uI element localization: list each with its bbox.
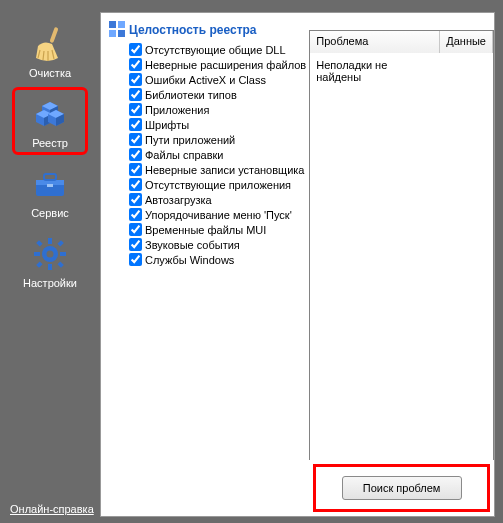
svg-rect-13 [57, 261, 63, 267]
svg-rect-12 [36, 261, 42, 267]
checklist-label: Отсутствующие общие DLL [145, 44, 286, 56]
checklist-item[interactable]: Неверные расширения файлов [109, 57, 305, 72]
checklist-checkbox[interactable] [129, 148, 142, 161]
sidebar-item-label: Настройки [23, 277, 77, 289]
checklist-checkbox[interactable] [129, 253, 142, 266]
checklist-checkbox[interactable] [129, 88, 142, 101]
sidebar-item-label: Реестр [32, 137, 68, 149]
checklist-label: Библиотеки типов [145, 89, 237, 101]
checklist-item[interactable]: Ошибки ActiveX и Class [109, 72, 305, 87]
cell-data [440, 53, 493, 89]
checklist-checkbox[interactable] [129, 223, 142, 236]
help-link[interactable]: Онлайн-справка [10, 503, 94, 515]
checklist-label: Файлы справки [145, 149, 224, 161]
svg-rect-11 [57, 240, 63, 246]
checklist-label: Автозагрузка [145, 194, 212, 206]
registry-cubes-icon [30, 94, 70, 134]
sidebar: Очистка Реестр [0, 0, 100, 523]
svg-rect-6 [48, 238, 52, 244]
sidebar-item-registry[interactable]: Реестр [15, 90, 85, 152]
checklist-label: Неверные записи установщика [145, 164, 304, 176]
checklist-checkbox[interactable] [129, 193, 142, 206]
checklist-item[interactable]: Отсутствующие общие DLL [109, 42, 305, 57]
checklist-checkbox[interactable] [129, 133, 142, 146]
column-header-data[interactable]: Данные [440, 31, 493, 53]
button-bar: Поиск проблем [313, 464, 490, 512]
checklist-panel: Целостность реестра Отсутствующие общие … [101, 13, 309, 516]
svg-rect-3 [44, 174, 56, 180]
sidebar-item-settings[interactable]: Настройки [15, 230, 85, 292]
checklist-checkbox[interactable] [129, 178, 142, 191]
svg-rect-7 [48, 264, 52, 270]
checklist-checkbox[interactable] [129, 103, 142, 116]
checklist-checkbox[interactable] [129, 58, 142, 71]
checklist-checkbox[interactable] [129, 208, 142, 221]
checklist-checkbox[interactable] [129, 73, 142, 86]
svg-rect-15 [109, 21, 116, 28]
checklist-label: Неверные расширения файлов [145, 59, 306, 71]
svg-point-14 [47, 250, 54, 257]
gear-icon [30, 234, 70, 274]
checklist-item[interactable]: Упорядочивание меню 'Пуск' [109, 207, 305, 222]
checklist-item[interactable]: Приложения [109, 102, 305, 117]
svg-rect-4 [47, 184, 53, 187]
checklist-item[interactable]: Неверные записи установщика [109, 162, 305, 177]
results-table: Проблема Данные Неполадки не найдены [309, 30, 494, 460]
sidebar-item-label: Сервис [31, 207, 69, 219]
toolbox-icon [30, 164, 70, 204]
checklist-label: Пути приложений [145, 134, 235, 146]
svg-rect-9 [60, 252, 66, 256]
checklist-item[interactable]: Отсутствующие приложения [109, 177, 305, 192]
checklist-label: Временные файлы MUI [145, 224, 266, 236]
checklist-label: Ошибки ActiveX и Class [145, 74, 266, 86]
broom-icon [30, 24, 70, 64]
svg-rect-0 [49, 26, 58, 42]
sidebar-item-label: Очистка [29, 67, 71, 79]
results-header: Проблема Данные [310, 31, 493, 53]
cell-problem: Неполадки не найдены [310, 53, 440, 89]
svg-rect-16 [118, 21, 125, 28]
checklist-item[interactable]: Файлы справки [109, 147, 305, 162]
checklist-item[interactable]: Библиотеки типов [109, 87, 305, 102]
results-row[interactable]: Неполадки не найдены [310, 53, 493, 89]
checklist-label: Упорядочивание меню 'Пуск' [145, 209, 292, 221]
section-title: Целостность реестра [129, 23, 257, 37]
svg-rect-8 [34, 252, 40, 256]
checklist-checkbox[interactable] [129, 118, 142, 131]
svg-rect-10 [36, 240, 42, 246]
column-header-problem[interactable]: Проблема [310, 31, 440, 53]
checklist-item[interactable]: Звуковые события [109, 237, 305, 252]
svg-rect-18 [118, 30, 125, 37]
registry-section-icon [109, 21, 125, 39]
checklist-label: Приложения [145, 104, 209, 116]
checklist-label: Шрифты [145, 119, 189, 131]
checklist-item[interactable]: Пути приложений [109, 132, 305, 147]
sidebar-item-cleanup[interactable]: Очистка [15, 20, 85, 82]
checklist-item[interactable]: Службы Windows [109, 252, 305, 267]
checklist-checkbox[interactable] [129, 163, 142, 176]
checklist-label: Отсутствующие приложения [145, 179, 291, 191]
results-body: Неполадки не найдены [310, 53, 493, 460]
scan-button[interactable]: Поиск проблем [342, 476, 462, 500]
checklist-checkbox[interactable] [129, 43, 142, 56]
checklist-checkbox[interactable] [129, 238, 142, 251]
sidebar-item-tools[interactable]: Сервис [15, 160, 85, 222]
checklist-item[interactable]: Шрифты [109, 117, 305, 132]
results-panel: Проблема Данные Неполадки не найдены Пои… [309, 13, 494, 516]
checklist-item[interactable]: Автозагрузка [109, 192, 305, 207]
svg-rect-17 [109, 30, 116, 37]
checklist-label: Звуковые события [145, 239, 240, 251]
section-header: Целостность реестра [109, 21, 305, 39]
checklist-item[interactable]: Временные файлы MUI [109, 222, 305, 237]
main-panel: Целостность реестра Отсутствующие общие … [100, 12, 495, 517]
checklist-label: Службы Windows [145, 254, 234, 266]
